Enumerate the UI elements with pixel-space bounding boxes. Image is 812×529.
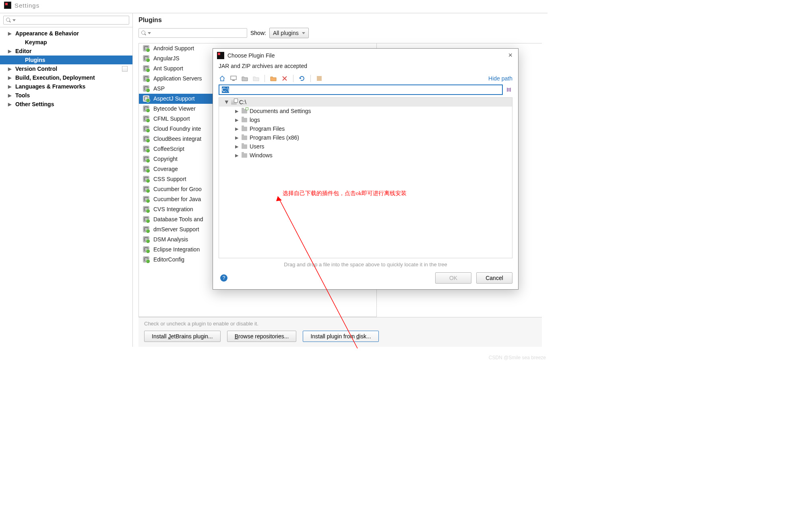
search-icon	[6, 18, 11, 23]
sidebar-item-label: Build, Execution, Deployment	[15, 74, 95, 81]
file-tree[interactable]: ▶ C:\ ▶Documents and Settings▶logs▶Progr…	[219, 97, 512, 258]
plugin-name: Bytecode Viewer	[153, 105, 196, 112]
show-hidden-icon[interactable]	[316, 75, 323, 82]
sidebar-item-label: Version Control	[15, 66, 57, 72]
watermark: CSDN @Smile sea breeze	[489, 355, 546, 360]
show-filter-dropdown[interactable]: All plugins	[269, 28, 309, 38]
chevron-right-icon: ▶	[235, 117, 239, 123]
chevron-right-icon: ▶	[235, 109, 239, 114]
chevron-right-icon: ▶	[8, 49, 12, 54]
path-input[interactable]	[219, 84, 503, 95]
sidebar-item-keymap[interactable]: Keymap	[0, 38, 132, 47]
app-logo-icon	[4, 2, 11, 9]
plugin-search-input[interactable]	[138, 28, 247, 38]
folder-icon	[242, 109, 247, 113]
sidebar-item-tools[interactable]: ▶Tools	[0, 91, 132, 100]
tree-folder[interactable]: ▶Users	[219, 142, 512, 151]
sidebar-item-label: Tools	[15, 92, 30, 99]
chevron-right-icon: ▶	[235, 153, 239, 158]
tree-folder[interactable]: ▶logs	[219, 115, 512, 124]
sidebar-item-label: Appearance & Behavior	[15, 30, 79, 37]
dialog-subtitle: JAR and ZIP archives are accepted	[213, 62, 518, 73]
chevron-right-icon: ▶	[235, 126, 239, 132]
plugin-name: ASP	[153, 85, 165, 92]
plugin-icon	[143, 85, 149, 92]
plugin-icon	[143, 95, 149, 102]
tree-root[interactable]: ▶ C:\	[219, 98, 512, 107]
svg-rect-0	[231, 76, 236, 80]
home-icon[interactable]	[219, 75, 226, 82]
dialog-title: Choose Plugin File	[227, 52, 503, 59]
plugin-icon	[143, 216, 149, 222]
sidebar-search-input[interactable]	[3, 16, 129, 25]
sidebar-item-label: Editor	[15, 48, 31, 54]
sidebar-item-label: Plugins	[25, 57, 45, 63]
folder-icon	[242, 136, 247, 140]
desktop-icon[interactable]	[230, 75, 237, 82]
plugin-icon	[143, 226, 149, 233]
tree-folder[interactable]: ▶Documents and Settings	[219, 107, 512, 115]
browse-repositories-button[interactable]: Browse repositories...	[227, 331, 297, 342]
annotation-text: 选择自己下载的插件包，点击ok即可进行离线安装	[283, 190, 407, 197]
chevron-right-icon: ▶	[235, 135, 239, 140]
project-root-icon[interactable]	[241, 75, 248, 82]
plugin-icon	[143, 55, 149, 62]
plugin-icon	[143, 176, 149, 182]
plugin-name: Android Support	[153, 45, 194, 51]
tree-folder[interactable]: ▶Windows	[219, 151, 512, 160]
plugin-icon	[143, 246, 149, 253]
plugin-name: Application Servers	[153, 75, 202, 82]
close-icon[interactable]: ×	[506, 51, 514, 60]
tree-folder[interactable]: ▶Program Files	[219, 124, 512, 133]
history-icon[interactable]	[505, 86, 512, 93]
plugin-name: Eclipse Integration	[153, 246, 200, 253]
plugin-name: Cloud Foundry inte	[153, 126, 201, 132]
module-root-icon[interactable]	[252, 75, 260, 82]
plugin-name: EditorConfig	[153, 256, 184, 263]
sidebar-item-appearance-behavior[interactable]: ▶Appearance & Behavior	[0, 29, 132, 38]
sidebar-item-languages-frameworks[interactable]: ▶Languages & Frameworks	[0, 82, 132, 91]
folder-label: Program Files (x86)	[250, 134, 299, 141]
folder-label: Users	[250, 143, 264, 150]
folder-icon	[242, 118, 247, 122]
chevron-right-icon: ▶	[8, 75, 12, 80]
ok-button[interactable]: OK	[435, 272, 471, 284]
plugin-icon	[143, 166, 149, 172]
plugin-name: Copyright	[153, 156, 178, 162]
folder-icon	[242, 144, 247, 149]
cancel-button[interactable]: Cancel	[476, 272, 512, 284]
plugin-hint: Check or uncheck a plugin to enable or d…	[144, 321, 536, 327]
sidebar-item-label: Other Settings	[15, 101, 54, 107]
plugin-name: CVS Integration	[153, 206, 193, 212]
plugin-name: Cucumber for Groo	[153, 186, 202, 192]
delete-icon[interactable]	[281, 75, 288, 82]
chevron-right-icon: ▶	[8, 84, 12, 89]
chevron-down-icon	[302, 32, 305, 34]
svg-rect-2	[317, 76, 322, 81]
svg-rect-1	[232, 80, 235, 81]
hide-path-link[interactable]: Hide path	[488, 75, 512, 82]
plugin-name: CloudBees integrat	[153, 136, 201, 142]
sidebar-item-version-control[interactable]: ▶Version Control	[0, 64, 132, 73]
plugin-icon	[143, 126, 149, 132]
refresh-icon[interactable]	[298, 75, 306, 82]
drive-icon	[231, 100, 237, 105]
dropdown-icon	[12, 19, 16, 21]
sidebar-item-editor[interactable]: ▶Editor	[0, 47, 132, 56]
sidebar-item-other-settings[interactable]: ▶Other Settings	[0, 100, 132, 109]
plugin-icon	[143, 115, 149, 122]
help-icon[interactable]: ?	[220, 274, 227, 282]
plugin-icon	[143, 45, 149, 51]
sidebar-item-plugins[interactable]: Plugins	[0, 56, 132, 64]
dropdown-value: All plugins	[273, 30, 299, 36]
show-label: Show:	[250, 30, 266, 36]
plugin-name: CFML Support	[153, 115, 190, 122]
folder-icon	[242, 127, 247, 131]
folder-label: logs	[250, 117, 260, 123]
install-jetbrains-plugin-button[interactable]: Install JetBrains plugin...	[144, 331, 221, 342]
plugin-icon	[143, 196, 149, 202]
sidebar-item-build-execution-deployment[interactable]: ▶Build, Execution, Deployment	[0, 73, 132, 82]
install-plugin-from-disk-button[interactable]: Install plugin from disk...	[303, 331, 378, 342]
tree-folder[interactable]: ▶Program Files (x86)	[219, 133, 512, 142]
new-folder-icon[interactable]	[270, 75, 277, 82]
